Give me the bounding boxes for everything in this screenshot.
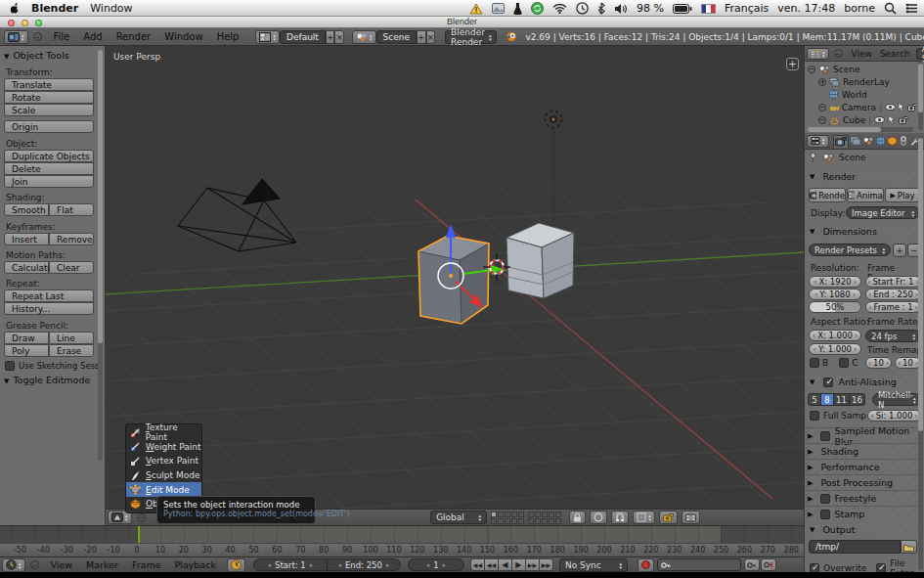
cube-object-selected[interactable] [418,236,489,324]
performance-panel-header[interactable]: ▶Performance [805,459,920,474]
timeline-current-frame-field[interactable]: ◂1▸ [408,558,464,571]
constraints-tab-icon[interactable] [899,136,908,146]
add-preset-button[interactable]: + [893,244,906,257]
frame-rate-dropdown[interactable]: 24 fps [865,330,921,342]
delete-scene-button[interactable]: × [426,30,436,44]
play-reverse-button[interactable]: ◀ [498,558,512,571]
outliner-collapse-menus-icon[interactable] [834,49,843,58]
menu-item-weight-paint[interactable]: Weight Paint [126,440,201,455]
timeline-start-frame-field[interactable]: ◂Start: 1▸ [253,558,328,571]
layer-toggle[interactable] [555,511,561,517]
preview-status-icon[interactable] [492,3,505,14]
stamp-panel-header[interactable]: ▶Stamp [805,506,920,521]
layer-toggle[interactable] [549,518,554,524]
origin-button[interactable]: Origin [4,120,94,133]
viewport-3d[interactable]: User Persp + [106,46,804,509]
opengl-render-button[interactable] [659,511,678,524]
spotlight-search-icon[interactable] [884,2,897,15]
render-layers-tab-icon[interactable] [850,136,861,146]
world-tab-icon[interactable] [875,136,886,146]
utility-status-icon[interactable] [513,2,522,15]
scene-icon-button[interactable] [352,30,376,44]
properties-region-toggle[interactable]: + [786,58,799,70]
wifi-icon[interactable] [552,3,567,14]
output-path-browse-button[interactable] [901,540,917,554]
time-remap-old-field[interactable]: ‹10› [865,357,892,369]
lamp-object[interactable] [546,111,562,241]
collapse-icon[interactable] [818,116,826,124]
aspect-x-field[interactable]: ‹X: 1.000› [809,330,861,341]
clear-paths-button[interactable]: Clear [49,261,94,274]
cube-object-unselected[interactable] [506,223,574,298]
history-button[interactable]: History... [4,302,94,315]
resolution-x-field[interactable]: ‹X: 1920› [809,276,861,288]
outliner-display-filter-dropdown[interactable]: All S [916,48,924,60]
collapse-icon[interactable] [808,66,815,73]
duplicate-objects-button[interactable]: Duplicate Objects [4,150,94,162]
outliner-menu-search[interactable]: Search [880,49,910,59]
aa-samples-5[interactable]: 5 [808,393,821,406]
display-mode-dropdown[interactable]: Image Editor [846,206,920,219]
layer-toggle[interactable] [528,518,534,524]
current-frame-field[interactable]: ‹Frame : 1› [865,301,921,313]
sync-mode-dropdown[interactable]: No Sync [559,558,628,572]
menu-item-sculpt-mode[interactable]: Sculpt Mode [126,468,201,483]
opengl-render-anim-button[interactable] [682,511,700,524]
outliner-menu-view[interactable]: View [852,49,872,59]
outliner-horizontal-scrollbar[interactable] [808,127,913,132]
scene-tab-icon[interactable] [862,136,874,146]
notification-center-icon[interactable] [905,3,918,14]
play-rendered-anim-button[interactable]: ▶Play [885,188,920,202]
overwrite-checkbox[interactable] [810,563,819,572]
proportional-edit-button[interactable] [590,511,607,524]
time-remap-new-field[interactable]: ‹10› [895,357,921,369]
layer-toggle[interactable] [542,518,548,524]
renderability-camera-icon[interactable] [899,116,908,124]
scale-button[interactable]: Scale [4,104,94,116]
shade-flat-button[interactable]: Flat [49,203,94,216]
battery-icon[interactable] [673,4,692,14]
properties-editor-type-button[interactable] [807,135,829,148]
layer-toggle[interactable] [528,511,534,517]
viewport-collapse-menus-icon[interactable] [137,513,146,522]
jump-to-end-button[interactable]: ▶▶ [539,558,553,571]
layer-toggle[interactable] [505,511,510,517]
outliner-row-renderlayers[interactable]: RenderLay [805,75,916,88]
layer-toggle[interactable] [491,518,497,524]
layer-toggle[interactable] [511,518,517,524]
menu-window[interactable]: Window [164,31,202,42]
aspect-y-field[interactable]: ‹Y: 1.000› [809,343,861,355]
delete-layout-button[interactable]: × [334,30,344,44]
toggle-editmode-panel-header[interactable]: ▼Toggle Editmode [4,375,90,385]
apple-menu-icon[interactable] [10,2,22,15]
render-still-button[interactable]: Rende [809,188,846,202]
timeline-ruler[interactable]: -50-40-30-20-100102030405060708090100110… [0,543,804,556]
render-presets-dropdown[interactable]: Render Presets [809,244,891,256]
renderability-camera-icon[interactable] [907,104,916,111]
aa-filter-dropdown[interactable]: Mitchell-N [872,393,921,406]
editor-type-button[interactable] [4,30,28,44]
layer-toggle[interactable] [511,511,517,517]
delete-button[interactable]: Delete [4,162,94,175]
add-scene-button[interactable]: + [417,30,426,44]
app-menu-blender[interactable]: Blender [31,2,78,15]
resolution-y-field[interactable]: ‹Y: 1080› [809,289,861,300]
crop-checkbox[interactable] [839,358,849,368]
border-checkbox[interactable] [810,358,819,368]
grease-line-button[interactable]: Line [49,332,94,344]
sync-status-icon[interactable] [531,2,544,15]
end-frame-field[interactable]: ‹End : 250› [865,289,921,300]
menu-help[interactable]: Help [217,31,240,42]
freestyle-checkbox[interactable] [820,494,830,504]
timeline-menu-frame[interactable]: Frame [132,559,161,570]
grease-erase-button[interactable]: Erase [49,344,94,357]
sampled-motion-blur-panel-header[interactable]: ▶Sampled Motion Blur [805,427,920,443]
output-path-field[interactable]: /tmp/ [809,540,901,554]
aa-samples-group[interactable]: 5 8 11 16 [809,393,865,406]
breadcrumb-scene[interactable]: Scene [839,153,865,162]
timeline-playhead[interactable] [138,526,140,543]
outliner-row-world[interactable]: World [805,88,916,101]
lock-to-scene-button[interactable] [569,511,586,524]
resolution-percentage-slider[interactable]: 50% [809,301,861,313]
shading-panel-header[interactable]: ▶Shading [805,443,920,459]
